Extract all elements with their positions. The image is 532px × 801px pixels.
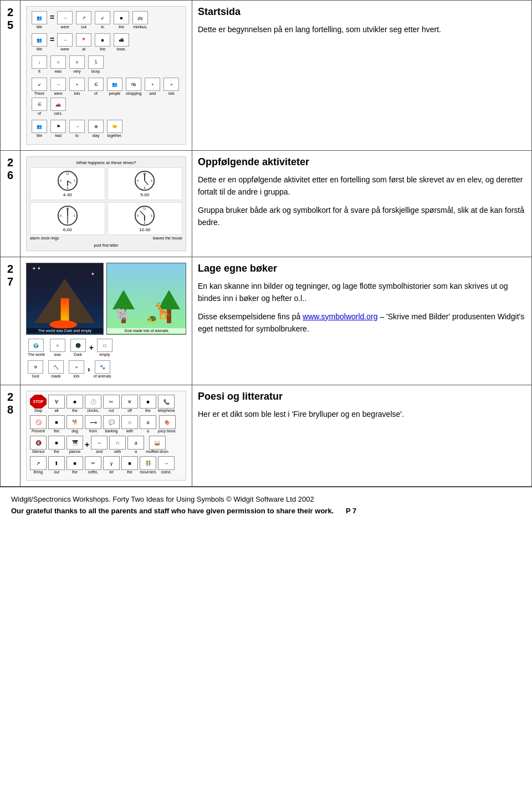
- clock-time-1030: 10-30: [139, 227, 150, 232]
- sym-we3: 👥 We: [32, 120, 47, 137]
- sym-pianos: 🎹 pianos: [66, 436, 83, 453]
- clock-svg-430: 12 3 6 9: [57, 170, 78, 191]
- svg-text:9: 9: [60, 180, 62, 182]
- footer-line1: Widgit/Spectronics Workshops. Forty Two …: [11, 494, 521, 506]
- sym-lots: » lots: [69, 78, 85, 95]
- footer: Widgit/Spectronics Workshops. Forty Two …: [0, 487, 532, 524]
- section-body-28: Her er et dikt som ble lest i 'Fire bryl…: [198, 408, 526, 420]
- sym-muffled: 🥁 muffled drum: [146, 436, 168, 453]
- row27-image-cell: ✦ ✦ ✦ The world was Dark and empty: [21, 257, 192, 385]
- sym-telephone: 📞 telephone: [158, 395, 175, 412]
- sym-barking: 💬 barking: [103, 415, 120, 433]
- row27-symbol-row2: ✡ God 🔨 made » lots › 🐾 of animals: [26, 359, 186, 379]
- sym-lots2: » lots: [163, 78, 179, 95]
- clock-svg-500: 12 3 6 9: [134, 170, 155, 191]
- sym-juicy: 🍖 juicy bone.: [158, 415, 176, 433]
- sym-shopping: 🛍 shopping: [126, 78, 141, 95]
- poem-line-1: STOP Stop ∀ all ■ the 🕐: [30, 395, 182, 412]
- bottom-label: post first letter: [30, 243, 182, 247]
- sym-made: 🔨 made: [48, 360, 64, 378]
- animals-caption: God made lots of animals: [107, 328, 186, 333]
- sym-world: 🌍 The world: [28, 339, 45, 356]
- sym-stay: ⊕ stay: [88, 120, 104, 137]
- svg-text:3: 3: [151, 180, 152, 182]
- volcano-caption: The world was Dark and empty: [27, 328, 103, 333]
- section-title-27: Lage egne bøker: [198, 263, 526, 274]
- row-number-27: 2 7: [1, 257, 21, 385]
- row-27: 2 7 ✦ ✦ ✦ The world was Dark and empty: [1, 257, 532, 385]
- row28-poem-image: STOP Stop ∀ all ■ the 🕐: [26, 391, 186, 481]
- sym-the-p4: ■ the: [48, 436, 65, 453]
- sym-were3: → were: [50, 78, 66, 95]
- sym-off: ✕ off: [121, 395, 138, 412]
- section-title-28: Poesi og litteratur: [198, 391, 526, 402]
- svg-text:6: 6: [66, 187, 68, 190]
- sym-were: → were: [57, 11, 73, 29]
- sym-the-p6: ■ the: [121, 456, 138, 474]
- symbol-line-2: 👥 We = → were 📍 at ■: [30, 32, 182, 52]
- symbol-line-1: 👥 We = → were ↗ out ↙: [30, 10, 182, 30]
- sym-we2: 👥 We: [32, 33, 47, 51]
- poem-line-3: 🔇 Silence ■ the 🎹 pianos +: [30, 436, 182, 453]
- svg-text:3: 3: [74, 180, 75, 182]
- sym-lots3: » lots: [69, 360, 84, 378]
- sym-mourners: 🧑‍🤝‍🧑 mourners: [140, 456, 156, 474]
- animals-image: 🦒 🐘 🐢 God made lots of animals: [106, 263, 186, 335]
- row25-symbol-image: 👥 We = → were ↗ out ↙: [26, 6, 186, 145]
- sym-people: 👥 people: [107, 78, 122, 95]
- sym-were2: → were: [57, 33, 73, 51]
- symbol-line-5: 👥 We ⚑ had → to ⊕ stay: [30, 119, 182, 139]
- sym-empty: □ empty: [97, 339, 112, 356]
- svg-text:12: 12: [144, 207, 147, 210]
- poem-line-4: ↗ Bring ⬆ out ■ the ⚰ co: [30, 456, 182, 474]
- svg-text:9: 9: [137, 215, 139, 217]
- sym-let: γ let: [103, 456, 120, 474]
- sym-town: 🏙 town.: [114, 33, 129, 51]
- sym-at: 📍 at: [76, 33, 91, 51]
- sym-and-p3: ↔ and: [91, 436, 108, 453]
- page-wrapper: 2 5 👥 We = → were: [0, 0, 532, 524]
- row26-image-cell: What happens at these times? 12 3 6 9: [21, 151, 192, 257]
- row27-images: ✦ ✦ ✦ The world was Dark and empty: [26, 263, 186, 335]
- sym-in: ↙ in: [95, 11, 110, 29]
- sym-animals: 🐾 of animals: [94, 360, 111, 378]
- sym-and: + and: [145, 78, 160, 95]
- clock-time-430: 4-30: [63, 192, 72, 197]
- svg-text:12: 12: [66, 172, 69, 175]
- row26-clock-image: What happens at these times? 12 3 6 9: [26, 156, 186, 251]
- main-table: 2 5 👥 We = → were: [0, 0, 532, 487]
- sym-of: ∈ of: [88, 78, 104, 95]
- svg-text:6: 6: [66, 222, 68, 225]
- row28-image-cell: STOP Stop ∀ all ■ the 🕐: [21, 385, 192, 487]
- clock-1030: 12 3 6 9 10-30: [108, 202, 183, 235]
- sym-had: ⚑ had: [50, 120, 66, 137]
- clock-600: 12 3 6 9 6-00: [30, 202, 105, 235]
- volcano-image: ✦ ✦ ✦ The world was Dark and empty: [26, 263, 104, 335]
- sym-bring: ↗ Bring: [30, 456, 47, 474]
- clock-grid: 12 3 6 9 4-30: [30, 167, 182, 235]
- sym-coffin: ⚰ coffin,: [85, 456, 101, 474]
- row-number-28: 2 8: [1, 385, 21, 487]
- link-paragraph: Disse eksempelsidene fins på www.symbolw…: [198, 310, 526, 335]
- sym-was: = was: [50, 55, 66, 73]
- row25-image-cell: 👥 We = → were ↗ out ↙: [21, 1, 192, 151]
- clock-svg-1030: 12 3 6 9: [134, 205, 155, 226]
- turtle-icon: 🐢: [146, 314, 157, 324]
- clock-labels-row1: alarm clock rings leaves the house: [30, 236, 182, 240]
- symbolworld-link[interactable]: www.symbolworld.org: [303, 312, 377, 321]
- symbol-line-3: ↓ It = was !! very 🏃 bu: [30, 54, 182, 74]
- sym-god: ✡ God: [28, 360, 43, 378]
- footer-line2: Our grateful thanks to all the parents a…: [11, 506, 521, 517]
- sym-busy: 🏃 busy.: [88, 55, 104, 73]
- row28-text-cell: Poesi og litteratur Her er et dikt som b…: [192, 385, 532, 487]
- sym-stop: STOP Stop: [30, 395, 47, 412]
- row27-text-cell: Lage egne bøker En kan skanne inn bilder…: [192, 257, 532, 385]
- sym-cut: ✂ cut: [103, 395, 120, 412]
- sym-with2: ∩ with: [109, 436, 126, 453]
- sym-come: → come.: [158, 456, 175, 474]
- section-title-25: Startsida: [198, 6, 526, 18]
- sym-out: ⬆ out: [48, 456, 65, 474]
- sym-together: 🤝 together.: [107, 120, 122, 137]
- elephant-icon: 🐘: [115, 308, 130, 322]
- row27-symbol-row: 🌍 The world = was 🌑 Dark + □ empty: [26, 338, 186, 358]
